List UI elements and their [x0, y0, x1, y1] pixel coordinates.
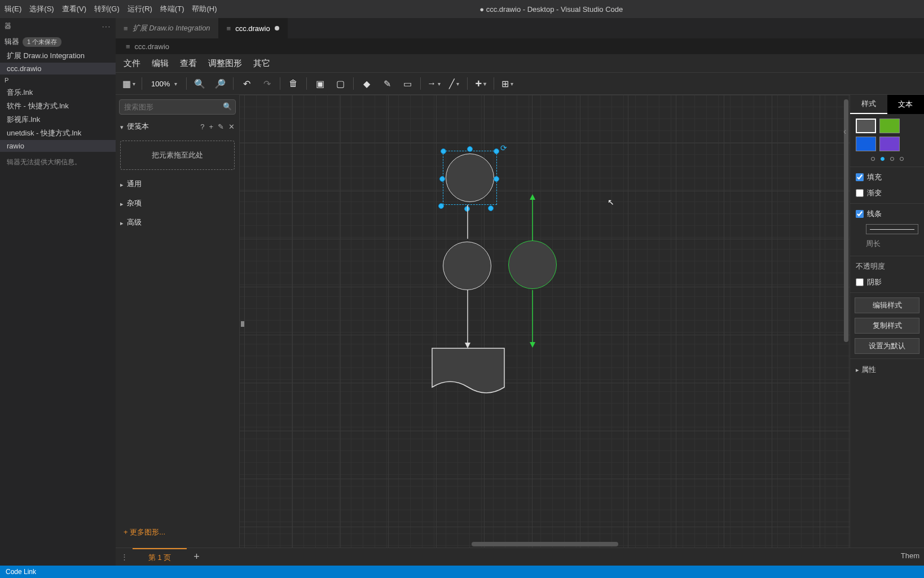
status-codelink[interactable]: Code Link — [6, 568, 36, 576]
menu-help[interactable]: 帮助(H) — [192, 4, 217, 14]
file-item[interactable]: 影视库.lnk — [0, 113, 116, 126]
close-icon[interactable]: ✕ — [228, 122, 235, 131]
menu-view[interactable]: 查看(V) — [62, 4, 86, 14]
rotate-handle[interactable]: ⟳ — [500, 143, 508, 151]
shadow-checkbox[interactable] — [856, 278, 864, 286]
attributes-section[interactable]: 属性 — [850, 361, 924, 378]
list-icon — [227, 24, 231, 33]
drawio-menu-extras[interactable]: 其它 — [253, 58, 270, 69]
to-front-icon[interactable]: ▣ — [313, 76, 327, 91]
canvas-shape-document[interactable] — [432, 348, 505, 397]
view-mode-button[interactable]: ▦ — [121, 76, 136, 91]
resize-handle[interactable] — [438, 203, 444, 209]
svg-marker-6 — [530, 342, 535, 348]
edge-green[interactable] — [530, 194, 535, 348]
edit-style-button[interactable]: 编辑样式 — [855, 297, 919, 313]
delete-icon[interactable]: 🗑 — [286, 76, 301, 91]
menu-go[interactable]: 转到(G) — [94, 4, 120, 14]
resize-handle[interactable] — [441, 148, 446, 154]
file-item[interactable]: 软件 - 快捷方式.lnk — [0, 99, 116, 113]
fill-label: 填充 — [867, 172, 882, 182]
fill-checkbox[interactable] — [856, 173, 864, 181]
tab-ccc-drawio[interactable]: ccc.drawio — [219, 18, 288, 38]
pager-dot[interactable] — [871, 157, 875, 161]
open-file-1[interactable]: ccc.drawio — [0, 63, 116, 75]
canvas-shape-circle-white[interactable] — [443, 242, 491, 290]
pager-dot[interactable] — [881, 157, 885, 161]
shapes-section-general[interactable]: 通用 — [119, 177, 236, 191]
page-tab-1[interactable]: 第 1 页 — [133, 548, 187, 566]
add-page-button[interactable]: + — [187, 548, 206, 566]
format-tab-text[interactable]: 文本 — [887, 95, 925, 114]
drawio-canvas[interactable]: ↖ ⟳ — [240, 95, 850, 548]
fill-color-icon[interactable]: ◆ — [359, 76, 374, 91]
swatch-gray[interactable] — [856, 119, 876, 133]
line-color-icon[interactable]: ✎ — [380, 76, 394, 91]
table-icon[interactable]: ⊞ — [500, 76, 514, 91]
canvas-h-scrollbar[interactable] — [472, 542, 618, 546]
line-checkbox[interactable] — [856, 210, 864, 218]
menu-select[interactable]: 选择(S) — [29, 4, 54, 14]
scratchpad-header[interactable]: 便笺本 ? + ✎ ✕ — [119, 119, 236, 134]
separator — [186, 77, 187, 90]
help-icon[interactable]: ? — [200, 122, 204, 131]
format-tab-style[interactable]: 样式 — [850, 95, 887, 114]
swatch-prev-icon[interactable]: ‹ — [843, 126, 846, 137]
scratchpad-dropzone[interactable]: 把元素拖至此处 — [120, 141, 235, 170]
swatch-purple[interactable] — [879, 137, 900, 151]
tab-label: ccc.drawio — [235, 24, 270, 33]
drawio-toolbar: ▦ 100% 🔍 🔎 ↶ ↷ 🗑 ▣ ▢ ◆ ✎ ▭ → ╱ — [116, 72, 924, 95]
connection-icon[interactable]: → — [426, 76, 441, 91]
file-item[interactable]: 音乐.lnk — [0, 86, 116, 99]
menu-edit[interactable]: 辑(E) — [5, 4, 21, 14]
resize-handle[interactable] — [494, 148, 499, 154]
undo-icon[interactable]: ↶ — [239, 76, 254, 91]
open-file-0[interactable]: 扩展 Draw.io Integration — [0, 49, 116, 63]
shapes-section-misc[interactable]: 杂项 — [119, 196, 236, 211]
file-item[interactable]: rawio — [0, 140, 116, 152]
pager-dot[interactable] — [890, 157, 894, 161]
explorer-more-icon[interactable]: ··· — [102, 23, 111, 30]
resize-handle[interactable] — [488, 205, 494, 211]
line-style-preview[interactable] — [866, 224, 918, 234]
swatch-green[interactable] — [879, 119, 900, 133]
shadow-icon[interactable]: ▭ — [400, 76, 415, 91]
drawio-menu-view[interactable]: 查看 — [180, 58, 197, 69]
redo-icon[interactable]: ↷ — [259, 76, 274, 91]
copy-style-button[interactable]: 复制样式 — [855, 318, 919, 334]
tab-extension[interactable]: 扩展 Draw.io Integration — [116, 18, 219, 38]
menu-run[interactable]: 运行(R) — [127, 4, 152, 14]
file-item[interactable]: unetdisk - 快捷方式.lnk — [0, 126, 116, 140]
drawio-menu-edit[interactable]: 编辑 — [152, 58, 169, 69]
resize-handle[interactable] — [494, 176, 499, 182]
pencil-icon[interactable]: ✎ — [218, 122, 224, 131]
plus-icon[interactable]: + — [209, 122, 213, 131]
zoom-dropdown[interactable]: 100% — [148, 80, 181, 88]
canvas-shape-circle-selected[interactable] — [446, 154, 494, 202]
page-menu-icon[interactable]: ⋮ — [116, 548, 133, 566]
opacity-label: 不透明度 — [850, 259, 924, 274]
menu-terminal[interactable]: 终端(T) — [160, 4, 184, 14]
gradient-checkbox[interactable] — [856, 189, 864, 197]
drawio-app: 文件 编辑 查看 调整图形 其它 ▦ 100% 🔍 🔎 ↶ ↷ 🗑 ▣ — [116, 54, 924, 566]
workspace-section[interactable]: P — [0, 75, 116, 86]
more-shapes-link[interactable]: + 更多图形... — [119, 522, 236, 543]
search-shapes-input[interactable] — [119, 99, 236, 115]
drawio-menu-format[interactable]: 调整图形 — [208, 58, 242, 69]
set-default-button[interactable]: 设置为默认 — [855, 338, 919, 354]
perimeter-label: 周长 — [850, 238, 924, 253]
insert-icon[interactable]: + — [473, 76, 488, 91]
to-back-icon[interactable]: ▢ — [333, 76, 347, 91]
zoom-out-icon[interactable]: 🔎 — [213, 76, 227, 91]
waypoint-icon[interactable]: ╱ — [447, 76, 461, 91]
breadcrumb[interactable]: ccc.drawio — [116, 38, 924, 54]
theme-indicator[interactable]: Them — [896, 548, 924, 566]
open-editors-row[interactable]: 辑器 1 个未保存 — [0, 34, 116, 49]
resize-handle[interactable] — [439, 176, 445, 182]
shapes-section-advanced[interactable]: 高级 — [119, 215, 236, 230]
pager-dot[interactable] — [900, 157, 904, 161]
resize-handle[interactable] — [467, 146, 473, 152]
swatch-blue[interactable] — [856, 137, 876, 151]
drawio-menu-file[interactable]: 文件 — [124, 58, 140, 69]
zoom-in-icon[interactable]: 🔍 — [192, 76, 207, 91]
